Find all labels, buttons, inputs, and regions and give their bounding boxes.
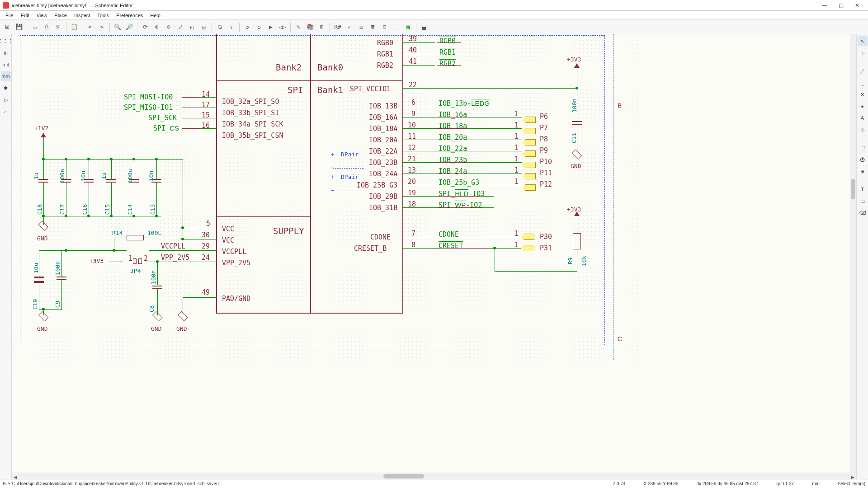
menu-place[interactable]: Place bbox=[51, 12, 71, 19]
erc-icon[interactable]: ✓ bbox=[344, 22, 355, 33]
place-text-icon[interactable]: T bbox=[858, 184, 868, 194]
bank1-net: IOB_16a bbox=[439, 111, 467, 119]
minimize-button[interactable]: — bbox=[816, 0, 833, 11]
find-icon[interactable]: 🔍 bbox=[112, 22, 123, 33]
mirror-icon[interactable]: ◁▷ bbox=[277, 22, 288, 33]
place-image-icon[interactable]: ▭ bbox=[858, 196, 868, 206]
zoom-out-icon[interactable]: ⊖ bbox=[163, 22, 174, 33]
bank1-pin: IOB_25B_G3 bbox=[357, 181, 397, 189]
bank2-title: Bank2 bbox=[276, 62, 302, 72]
status-zoom: Z 3.74 bbox=[613, 481, 625, 486]
vcc-1v2 bbox=[41, 133, 46, 137]
rotate-ccw-icon[interactable]: ↺ bbox=[242, 22, 253, 33]
menu-tools[interactable]: Tools bbox=[94, 12, 113, 19]
grid-toggle-icon[interactable]: ⋮⋮⋮ bbox=[1, 36, 11, 46]
place-bus-icon[interactable]: ⎯ bbox=[858, 78, 868, 88]
plot-icon[interactable]: ⎘ bbox=[53, 22, 64, 33]
place-label-icon[interactable]: A bbox=[858, 113, 868, 123]
spi-sck: SPI_SCK bbox=[148, 114, 177, 122]
page-col-divider bbox=[613, 34, 613, 360]
highlight-net-icon[interactable]: ▷ bbox=[858, 48, 868, 58]
bom-icon[interactable]: ≣ bbox=[368, 22, 378, 33]
hlabel-p30 bbox=[524, 234, 534, 240]
rotate-cw-icon[interactable]: ↻ bbox=[254, 22, 264, 33]
place-glabel-icon[interactable]: ◇ bbox=[858, 125, 868, 135]
undo-icon[interactable]: ↶ bbox=[85, 22, 95, 33]
ic-left bbox=[216, 34, 217, 313]
bank1-title: Bank1 bbox=[317, 85, 343, 95]
ic-divider bbox=[310, 34, 311, 313]
console-icon[interactable]: ▄ bbox=[419, 22, 429, 33]
print-icon[interactable]: ⎙ bbox=[41, 22, 52, 33]
axis-toggle-icon[interactable]: ⌐ bbox=[1, 107, 11, 117]
pcb-icon[interactable]: ▦ bbox=[403, 22, 414, 33]
menu-preferences[interactable]: Preferences bbox=[113, 12, 146, 19]
place-sheet-icon[interactable]: ⊞ bbox=[858, 166, 868, 176]
paste-icon[interactable]: 📋 bbox=[69, 22, 80, 33]
bank1-net: IOB_20a bbox=[439, 133, 467, 141]
bank1-net: IOB_22a bbox=[439, 145, 467, 153]
bank1-pin: IOB_16A bbox=[369, 113, 397, 122]
annotate-icon[interactable]: R# bbox=[332, 22, 343, 33]
status-dxy: dx 289.56 dy 69.85 dist 297.87 bbox=[697, 481, 759, 486]
r14[interactable] bbox=[127, 235, 144, 240]
bank1-pin: IOB_23B bbox=[369, 159, 397, 167]
units-mm-button[interactable]: mm bbox=[1, 71, 11, 81]
menu-view[interactable]: View bbox=[33, 12, 51, 19]
units-in-button[interactable]: in bbox=[1, 48, 11, 58]
place-power-icon[interactable]: ⏻ bbox=[858, 155, 868, 164]
assign-fp-icon[interactable]: ⧈ bbox=[356, 22, 367, 33]
place-junction-icon[interactable]: ● bbox=[858, 101, 868, 111]
place-noconn-icon[interactable]: ✕ bbox=[858, 89, 868, 99]
zoom-fit-icon[interactable]: ⤢ bbox=[175, 22, 186, 33]
menu-help[interactable]: Help bbox=[146, 12, 164, 19]
page-settings-icon[interactable]: ▭ bbox=[29, 22, 40, 33]
menu-file[interactable]: File bbox=[2, 12, 17, 19]
status-unit: mm bbox=[812, 481, 820, 486]
symbol-editor-icon[interactable]: ✎ bbox=[293, 22, 304, 33]
redo-icon[interactable]: ↷ bbox=[96, 22, 107, 33]
left-toolbar: ⋮⋮⋮ in mil mm ✱ ▷ ⌐ bbox=[0, 34, 12, 479]
row-label-c: C bbox=[618, 335, 646, 343]
bom-export-icon[interactable]: ⬚ bbox=[391, 22, 402, 33]
delete-tool-icon[interactable]: ⌫ bbox=[858, 208, 868, 218]
find-replace-icon[interactable]: 🔎 bbox=[124, 22, 135, 33]
sym-fields-icon[interactable]: ⊟ bbox=[379, 22, 390, 33]
refresh-icon[interactable]: ⟳ bbox=[140, 22, 151, 33]
save-icon[interactable]: 💾 bbox=[14, 22, 24, 33]
close-button[interactable]: ✕ bbox=[849, 0, 865, 11]
canvas-scroll[interactable]: B C Bank2 Bank0 Bank1 SPI SUPPLY RGB0 RG… bbox=[12, 34, 856, 479]
units-mil-button[interactable]: mil bbox=[1, 60, 11, 70]
zoom-obj-icon[interactable]: ◱ bbox=[187, 22, 198, 33]
new-icon[interactable]: 🗎 bbox=[2, 22, 13, 33]
menu-inspect[interactable]: Inspect bbox=[71, 12, 94, 19]
horizontal-scrollbar[interactable]: ◂ ▸ bbox=[12, 473, 856, 479]
leave-sheet-icon[interactable]: ⇧ bbox=[226, 22, 237, 33]
footprint-icon[interactable]: ⊞ bbox=[316, 22, 327, 33]
zoom-in-icon[interactable]: ⊕ bbox=[151, 22, 162, 33]
hidden-pins-icon[interactable]: ▷ bbox=[1, 95, 11, 105]
vertical-scrollbar[interactable] bbox=[850, 34, 856, 473]
run-icon[interactable]: ▶ bbox=[265, 22, 276, 33]
zoom-sel-icon[interactable]: ◲ bbox=[198, 22, 209, 33]
library-browse-icon[interactable]: 📚 bbox=[305, 22, 316, 33]
maximize-button[interactable]: ▢ bbox=[833, 0, 849, 11]
r9[interactable] bbox=[573, 233, 581, 249]
select-tool-icon[interactable]: ↖ bbox=[858, 36, 868, 46]
cursor-style-icon[interactable]: ✱ bbox=[1, 83, 11, 93]
place-wire-icon[interactable]: ／ bbox=[858, 66, 868, 76]
bank1-net: IOB_23b bbox=[439, 156, 467, 164]
hierarchy-icon[interactable]: ⧉ bbox=[214, 22, 225, 33]
place-hlabel-icon[interactable]: ⬚ bbox=[858, 143, 868, 153]
menu-edit[interactable]: Edit bbox=[17, 12, 33, 19]
status-bar: File 'C:\Users\jon\Downloads\kicad_bugs\… bbox=[0, 479, 868, 488]
bank0-title: Bank0 bbox=[317, 62, 343, 72]
schematic-canvas[interactable]: B C Bank2 Bank0 Bank1 SPI SUPPLY RGB0 RG… bbox=[12, 34, 640, 387]
status-xy: X 289.56 Y 69.85 bbox=[644, 481, 679, 486]
status-tip: Select item(s) bbox=[838, 481, 865, 486]
ic-bottom bbox=[216, 313, 403, 314]
bank1-pin: IOB_18A bbox=[369, 125, 397, 133]
vcc-3v3-c11 bbox=[574, 63, 580, 68]
spi-cs: SPI_CS bbox=[153, 124, 179, 132]
bank1-net: IOB_13b-LEDG bbox=[439, 99, 490, 108]
